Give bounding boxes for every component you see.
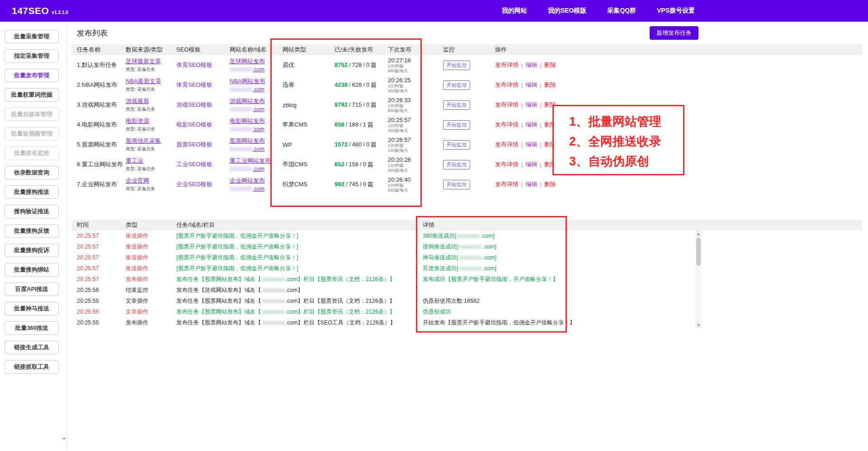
seo-template-link[interactable]: 游戏SEO模板 — [176, 101, 212, 108]
delete-link[interactable]: 删除 — [544, 141, 556, 149]
data-source-link[interactable]: 电影资源 — [126, 117, 149, 124]
edit-link[interactable]: 编辑 — [525, 81, 537, 89]
pending-count: 189 — [349, 121, 359, 128]
sidebar-item[interactable]: 指定采集管理 — [5, 49, 59, 63]
sidebar-item[interactable]: 批量360推送 — [5, 321, 59, 335]
delete-link[interactable]: 删除 — [544, 180, 556, 188]
delete-link[interactable]: 删除 — [544, 160, 556, 169]
sidebar-item[interactable]: 批量搜狗推送 — [5, 185, 59, 199]
scroll-down-icon[interactable]: ▼ — [695, 322, 702, 328]
data-source-link[interactable]: 足球最新文章 — [126, 58, 161, 65]
published-count: 658 — [335, 121, 344, 128]
seo-template-link[interactable]: 电影SEO模板 — [176, 121, 212, 128]
edit-link[interactable]: 编辑 — [525, 101, 537, 109]
sidebar-item[interactable]: 批量短视频管理 — [5, 127, 59, 141]
start-monitor-button[interactable]: 开始监控 — [443, 180, 470, 189]
seo-template-link[interactable]: 企业SEO模板 — [176, 181, 212, 188]
edit-link[interactable]: 编辑 — [525, 61, 537, 69]
data-source-link[interactable]: 股票信息采集 — [126, 137, 161, 144]
start-monitor-button[interactable]: 开始监控 — [443, 160, 470, 169]
start-monitor-button[interactable]: 开始监控 — [443, 80, 470, 90]
log-time: 20:25:56 — [77, 287, 126, 293]
sidebar-item[interactable]: 批量搜狗绑站 — [5, 263, 59, 277]
seo-template-link[interactable]: 股票SEO模板 — [176, 141, 212, 148]
data-source-link[interactable]: 企业官网 — [126, 177, 149, 184]
sidebar-item[interactable]: 百度API推送 — [5, 282, 59, 296]
publish-detail-link[interactable]: 发布详情 — [495, 160, 519, 169]
start-monitor-button[interactable]: 开始监控 — [443, 120, 470, 130]
log-detail-text: 神马推送成功[ — [423, 254, 458, 261]
sidebar-item[interactable]: 批量排名监控 — [5, 146, 59, 160]
redacted-domain — [262, 321, 285, 325]
sidebar-item[interactable]: 搜狗验证推送 — [5, 205, 59, 218]
sidebar-item[interactable]: 批量发布管理 — [5, 69, 59, 82]
data-source-cell: NBA最新文章 类型: 采集任务 — [126, 77, 176, 93]
log-column-header: 任务/域名/栏目 — [176, 221, 423, 229]
unit-label: 篇 — [368, 121, 373, 128]
data-source-link[interactable]: 游戏最新 — [126, 98, 149, 104]
site-name-link[interactable]: 企业网站发布 — [230, 177, 265, 184]
sidebar-item[interactable]: 批量神马推送 — [5, 302, 59, 315]
unit-label: 篇 — [371, 101, 377, 108]
pipe-separator: | — [540, 82, 541, 89]
add-publish-task-button[interactable]: 新增发布任务 — [650, 26, 698, 40]
top-nav-item[interactable]: 采集QQ群 — [607, 7, 636, 15]
sidebar-item[interactable]: 收录数据查询 — [5, 166, 59, 179]
site-name-link[interactable]: NBA网站发布 — [230, 78, 265, 85]
publish-detail-link[interactable]: 发布详情 — [495, 180, 519, 188]
top-nav-item[interactable]: VPS拨号设置 — [657, 7, 695, 15]
delete-link[interactable]: 删除 — [544, 101, 556, 109]
publish-detail-link[interactable]: 发布详情 — [495, 81, 519, 89]
delete-link[interactable]: 删除 — [544, 61, 556, 69]
pending-count: 628 — [352, 81, 362, 88]
edit-link[interactable]: 编辑 — [525, 180, 537, 188]
start-monitor-button[interactable]: 开始监控 — [443, 61, 470, 70]
site-name-link[interactable]: 足球网站发布 — [230, 58, 265, 65]
start-monitor-button[interactable]: 开始监控 — [443, 140, 470, 150]
log-column-header: 时间 — [77, 221, 126, 229]
publish-stats: 8752/728/0篇 — [335, 61, 388, 69]
data-source-cell: 企业官网 类型: 采集任务 — [126, 177, 176, 192]
sidebar-item[interactable]: 批量采集管理 — [5, 30, 59, 43]
seo-template-link[interactable]: 体育SEO模板 — [176, 81, 212, 88]
sidebar-scroll-down-icon[interactable]: ⌄ — [61, 435, 67, 439]
start-monitor-button[interactable]: 开始监控 — [443, 100, 470, 110]
log-type: 文章操作 — [126, 297, 176, 305]
data-source-link[interactable]: 重工业 — [126, 157, 143, 164]
publish-table-body: 1.默认发布任务 足球最新文章 类型: 采集任务 体育SEO模板 足球网站发布 … — [71, 55, 862, 194]
publish-detail-link[interactable]: 发布详情 — [495, 141, 519, 149]
log-scrollbar[interactable]: ▲ ▼ — [695, 230, 702, 328]
sidebar-item[interactable]: 链接抓取工具 — [5, 360, 59, 374]
sidebar-item[interactable]: 批量搜狗反馈 — [5, 224, 59, 238]
scroll-up-icon[interactable]: ▲ — [695, 230, 702, 237]
seo-template-link[interactable]: 体育SEO模板 — [176, 61, 212, 68]
sidebar-item[interactable]: 批量搜狗投诉 — [5, 244, 59, 257]
log-detail-suffix: .com] — [482, 265, 496, 272]
pipe-separator: | — [540, 161, 541, 168]
top-nav-item[interactable]: 我的网站 — [502, 7, 527, 15]
unit-label: 篇 — [371, 81, 377, 88]
data-source-cell: 游戏最新 类型: 采集任务 — [126, 97, 176, 113]
edit-link[interactable]: 编辑 — [525, 121, 537, 129]
site-name-link[interactable]: 游戏网站发布 — [230, 98, 265, 104]
seo-template-link[interactable]: 工业SEO模板 — [176, 161, 212, 168]
log-time: 20:25:55 — [77, 298, 126, 304]
edit-link[interactable]: 编辑 — [525, 141, 537, 149]
data-source-link[interactable]: NBA最新文章 — [126, 78, 161, 85]
top-nav-item[interactable]: 我的SEO模版 — [548, 7, 587, 15]
sidebar-item[interactable]: 批量自媒体管理 — [5, 108, 59, 121]
site-name-link[interactable]: 重工业网站发布 — [230, 157, 271, 164]
column-header: 操作 — [495, 46, 862, 54]
sidebar-item[interactable]: 批量权重词挖掘 — [5, 88, 59, 102]
publish-detail-link[interactable]: 发布详情 — [495, 61, 519, 69]
delete-link[interactable]: 删除 — [544, 81, 556, 89]
site-name-link[interactable]: 电影网站发布 — [230, 117, 265, 124]
log-table-header: 时间 类型 任务/域名/栏目 详情 — [71, 220, 862, 230]
scroll-thumb[interactable] — [696, 238, 701, 266]
publish-detail-link[interactable]: 发布详情 — [495, 101, 519, 109]
edit-link[interactable]: 编辑 — [525, 160, 537, 169]
site-name-link[interactable]: 股票网站发布 — [230, 137, 265, 144]
publish-detail-link[interactable]: 发布详情 — [495, 121, 519, 129]
sidebar-item[interactable]: 链接生成工具 — [5, 341, 59, 354]
delete-link[interactable]: 删除 — [544, 121, 556, 129]
